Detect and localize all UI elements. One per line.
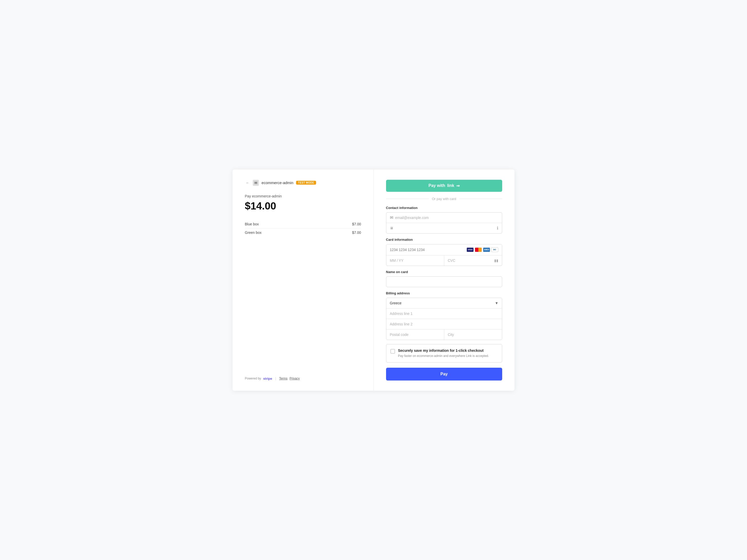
billing-field-group: Greece United States United Kingdom Germ… bbox=[386, 298, 503, 340]
email-icon: ✉ bbox=[390, 215, 393, 220]
left-panel: ← ecommerce-admin TEST MODE Pay ecommerc… bbox=[232, 170, 374, 391]
card-field-group: VISA AMEX DC ▮▮ bbox=[386, 244, 503, 266]
stripe-logo: stripe bbox=[263, 377, 272, 381]
postal-city-row bbox=[386, 329, 502, 340]
chevron-down-icon: ▼ bbox=[495, 301, 498, 305]
email-field-row: ✉ bbox=[386, 212, 502, 223]
postal-code-input[interactable] bbox=[386, 330, 444, 340]
right-panel: Pay with link ⇒ Or pay with card Contact… bbox=[374, 170, 515, 391]
cvc-field: ▮▮ bbox=[444, 255, 502, 265]
line-item: Green box $7.00 bbox=[245, 228, 361, 237]
pay-label: Pay ecommerce-admin bbox=[245, 194, 361, 198]
link-brand-text: link bbox=[447, 183, 454, 188]
amount: $14.00 bbox=[245, 200, 361, 212]
diners-icon: DC bbox=[491, 248, 498, 252]
back-icon: ← bbox=[246, 181, 249, 185]
card-section-title: Card information bbox=[386, 238, 503, 241]
pay-button[interactable]: Pay bbox=[386, 368, 503, 381]
card-number-row: VISA AMEX DC bbox=[386, 244, 502, 255]
line-item-price: $7.00 bbox=[352, 230, 361, 235]
card-icons: VISA AMEX DC bbox=[467, 248, 498, 252]
phone-info-icon: ℹ bbox=[497, 226, 498, 230]
svg-rect-1 bbox=[255, 182, 257, 184]
name-field-wrapper bbox=[386, 276, 503, 287]
cvc-input[interactable] bbox=[448, 258, 492, 262]
address1-row bbox=[386, 308, 502, 319]
name-on-card-input[interactable] bbox=[386, 276, 503, 287]
pay-link-prefix: Pay with bbox=[429, 183, 445, 188]
card-number-input[interactable] bbox=[390, 248, 467, 252]
expiry-input[interactable] bbox=[390, 258, 440, 262]
save-info-text: Securely save my information for 1-click… bbox=[398, 349, 489, 358]
email-input[interactable] bbox=[395, 212, 498, 223]
terms-link[interactable]: Terms bbox=[279, 377, 288, 380]
contact-section-title: Contact information bbox=[386, 206, 503, 210]
left-footer: Powered by stripe | Terms Privacy bbox=[245, 377, 361, 381]
back-button[interactable]: ← bbox=[245, 180, 250, 186]
or-divider-text: Or pay with card bbox=[432, 197, 456, 201]
name-section-title: Name on card bbox=[386, 270, 503, 274]
address-line2-input[interactable] bbox=[386, 319, 502, 329]
visa-icon: VISA bbox=[467, 248, 474, 252]
phone-input[interactable]: 691 234 5678 bbox=[395, 223, 495, 233]
or-divider: Or pay with card bbox=[386, 197, 503, 201]
powered-by-label: Powered by bbox=[245, 377, 261, 380]
link-arrow-icon: ⇒ bbox=[456, 183, 460, 188]
country-select[interactable]: Greece United States United Kingdom Germ… bbox=[390, 301, 495, 305]
phone-field-row: 🖥 691 234 5678 ℹ bbox=[386, 223, 502, 233]
billing-section-title: Billing address bbox=[386, 291, 503, 295]
city-input[interactable] bbox=[444, 330, 502, 340]
country-row: Greece United States United Kingdom Germ… bbox=[386, 298, 502, 308]
save-desc: Pay faster on ecommerce-admin and everyw… bbox=[398, 354, 489, 358]
save-info-box: Securely save my information for 1-click… bbox=[386, 344, 503, 362]
line-items: Blue box $7.00 Green box $7.00 bbox=[245, 220, 361, 237]
amex-icon: AMEX bbox=[483, 248, 490, 252]
address-line1-input[interactable] bbox=[386, 308, 502, 319]
header-row: ← ecommerce-admin TEST MODE bbox=[245, 180, 361, 186]
merchant-name: ecommerce-admin bbox=[261, 180, 293, 185]
address2-row bbox=[386, 319, 502, 329]
save-info-checkbox[interactable] bbox=[390, 349, 395, 354]
line-item: Blue box $7.00 bbox=[245, 220, 361, 228]
save-title: Securely save my information for 1-click… bbox=[398, 349, 489, 353]
line-item-price: $7.00 bbox=[352, 222, 361, 226]
privacy-link[interactable]: Privacy bbox=[290, 377, 300, 380]
mastercard-icon bbox=[475, 248, 482, 252]
expiry-field bbox=[386, 255, 444, 265]
merchant-icon bbox=[253, 180, 259, 186]
cvc-icon: ▮▮ bbox=[494, 258, 498, 262]
line-item-name: Green box bbox=[245, 230, 261, 235]
line-item-name: Blue box bbox=[245, 222, 259, 226]
footer-divider: | bbox=[275, 377, 276, 380]
test-mode-badge: TEST MODE bbox=[296, 181, 316, 185]
pay-with-link-button[interactable]: Pay with link ⇒ bbox=[386, 180, 503, 192]
phone-icon: 🖥 bbox=[390, 226, 393, 230]
expiry-cvc-row: ▮▮ bbox=[386, 255, 502, 265]
contact-field-group: ✉ 🖥 691 234 5678 ℹ bbox=[386, 212, 503, 234]
